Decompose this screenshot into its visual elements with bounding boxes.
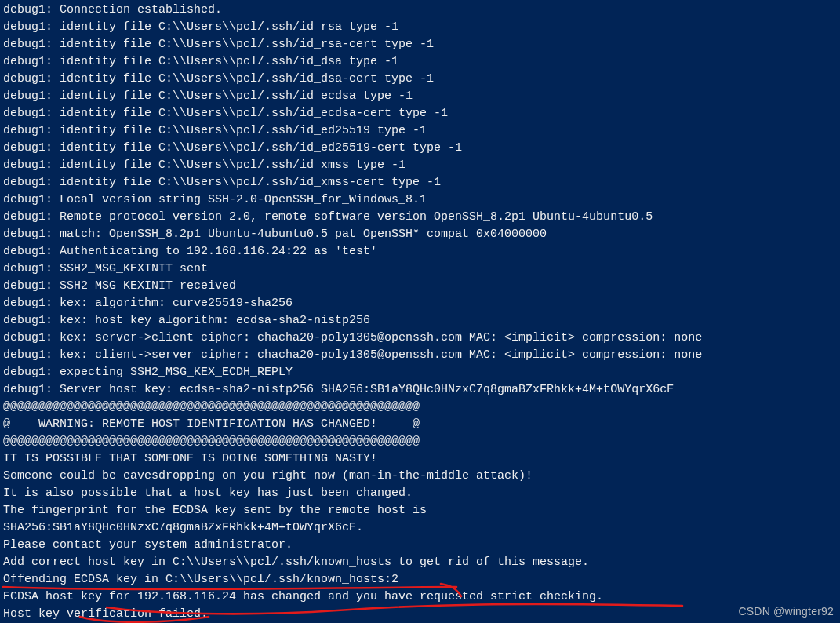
terminal-line: @@@@@@@@@@@@@@@@@@@@@@@@@@@@@@@@@@@@@@@@… (3, 433, 837, 450)
terminal-line: debug1: Connection established. (3, 2, 837, 19)
terminal-line: debug1: Remote protocol version 2.0, rem… (3, 209, 837, 226)
terminal-line: debug1: identity file C:\\Users\\pcl/.ss… (3, 71, 837, 88)
terminal-line: @ WARNING: REMOTE HOST IDENTIFICATION HA… (3, 416, 837, 433)
terminal-line: ECDSA host key for 192.168.116.24 has ch… (3, 588, 837, 606)
terminal-line: debug1: identity file C:\\Users\\pcl/.ss… (3, 157, 837, 174)
terminal-line: debug1: match: OpenSSH_8.2p1 Ubuntu-4ubu… (3, 226, 837, 243)
terminal-line: Please contact your system administrator… (3, 537, 837, 554)
ssh-debug-terminal-output: debug1: Connection established.debug1: i… (3, 2, 837, 623)
terminal-line: debug1: kex: algorithm: curve25519-sha25… (3, 295, 837, 312)
terminal-line: IT IS POSSIBLE THAT SOMEONE IS DOING SOM… (3, 450, 837, 468)
terminal-line: debug1: expecting SSH2_MSG_KEX_ECDH_REPL… (3, 364, 837, 381)
terminal-line: debug1: identity file C:\\Users\\pcl/.ss… (3, 174, 837, 191)
terminal-line: debug1: identity file C:\\Users\\pcl/.ss… (3, 53, 837, 71)
terminal-line: debug1: identity file C:\\Users\\pcl/.ss… (3, 122, 837, 140)
terminal-line: @@@@@@@@@@@@@@@@@@@@@@@@@@@@@@@@@@@@@@@@… (3, 399, 837, 416)
terminal-line: It is also possible that a host key has … (3, 485, 837, 502)
terminal-line: debug1: identity file C:\\Users\\pcl/.ss… (3, 105, 837, 122)
terminal-line: Someone could be eavesdropping on you ri… (3, 468, 837, 485)
terminal-line: Add correct host key in C:\\Users\\pcl/.… (3, 554, 837, 571)
terminal-line: debug1: identity file C:\\Users\\pcl/.ss… (3, 19, 837, 36)
terminal-line: debug1: Authenticating to 192.168.116.24… (3, 243, 837, 260)
terminal-line: The fingerprint for the ECDSA key sent b… (3, 502, 837, 519)
terminal-line: debug1: SSH2_MSG_KEXINIT sent (3, 260, 837, 278)
terminal-line: debug1: kex: server->client cipher: chac… (3, 330, 837, 347)
terminal-line: Host key verification failed. (3, 606, 837, 623)
terminal-line: debug1: Server host key: ecdsa-sha2-nist… (3, 381, 837, 399)
terminal-line: SHA256:SB1aY8QHc0HNzxC7q8gmaBZxFRhkk+4M+… (3, 519, 837, 537)
terminal-line: debug1: identity file C:\\Users\\pcl/.ss… (3, 140, 837, 157)
terminal-line: debug1: Local version string SSH-2.0-Ope… (3, 191, 837, 209)
terminal-line: debug1: kex: client->server cipher: chac… (3, 347, 837, 364)
terminal-line: debug1: identity file C:\\Users\\pcl/.ss… (3, 36, 837, 53)
blog-watermark: CSDN @wingter92 (739, 603, 834, 620)
terminal-line: debug1: identity file C:\\Users\\pcl/.ss… (3, 88, 837, 105)
terminal-line: debug1: SSH2_MSG_KEXINIT received (3, 278, 837, 295)
terminal-line: debug1: kex: host key algorithm: ecdsa-s… (3, 312, 837, 330)
terminal-line: Offending ECDSA key in C:\\Users\\pcl/.s… (3, 571, 837, 588)
